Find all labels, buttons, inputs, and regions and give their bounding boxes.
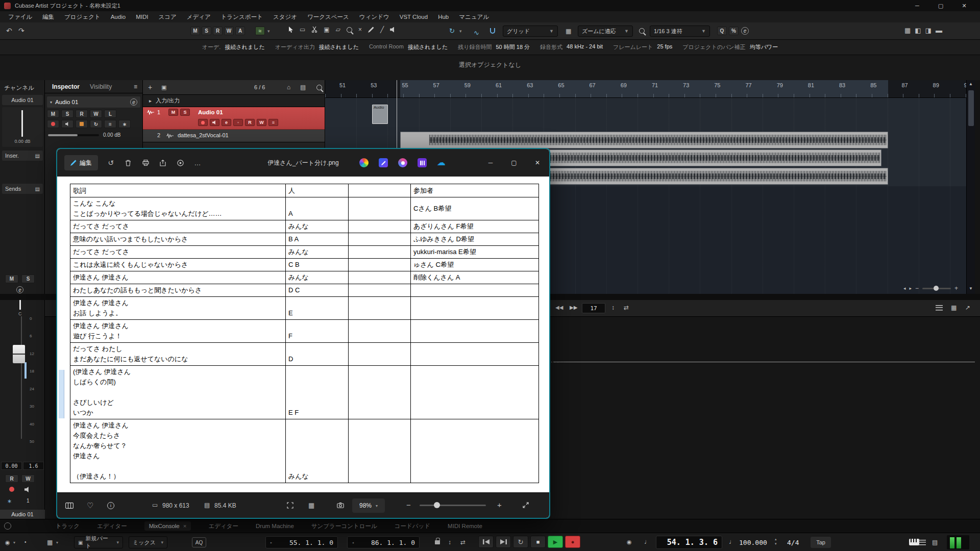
timeline-ruler[interactable]: 5153555759616365676971737577798183858789… [325, 80, 966, 98]
automation-button[interactable]: ∗ [118, 120, 131, 128]
menu-item[interactable]: VST Cloud [395, 11, 433, 22]
record-button[interactable]: ● [565, 536, 580, 548]
expand-channels-icon[interactable]: ↕ [611, 304, 615, 311]
automation-button[interactable]: A [235, 27, 245, 35]
grid-type-dropdown[interactable]: グリッド▼ [503, 26, 558, 37]
track-dattesa[interactable]: 2 dattesa_2stVocal-01 [143, 130, 325, 142]
autoscroll-caret-icon[interactable]: ▾ [459, 29, 462, 34]
audio-mini-clip[interactable]: Audio [372, 105, 388, 124]
mix-dropdown[interactable]: ミックス▾ [129, 536, 167, 548]
maximize-button[interactable]: ▢ [929, 0, 952, 11]
tab-chord-pads[interactable]: コードパッド [395, 522, 430, 530]
keyboard-icon[interactable] [909, 539, 919, 545]
mute-tool-icon[interactable]: × [358, 26, 362, 33]
home-icon[interactable]: ⌂ [287, 84, 290, 91]
lock-icon[interactable] [435, 540, 440, 544]
channel-mute-button[interactable]: M [5, 274, 18, 283]
freeze-button[interactable] [76, 120, 88, 128]
section-collapse-icon[interactable]: ▾ [50, 100, 52, 105]
fader-handle[interactable] [13, 345, 25, 363]
layout-left-zone-icon[interactable]: ◧ [915, 27, 921, 34]
channel-solo-button[interactable]: S [21, 274, 35, 283]
transport-menu-caret-icon[interactable]: ▾ [13, 540, 15, 545]
mixer-settings-icon[interactable] [936, 305, 943, 311]
line-tool-icon[interactable]: ╱ [380, 26, 384, 33]
split-tool-icon[interactable] [311, 27, 317, 33]
volume-slider[interactable] [48, 134, 99, 136]
pinwheel-app-icon[interactable] [359, 158, 369, 167]
menu-item[interactable]: マニュアル [454, 11, 494, 22]
layout-lower-zone-icon[interactable]: ▬ [936, 27, 942, 34]
zoom-slider-handle[interactable] [434, 502, 440, 508]
tab-midi-remote[interactable]: MIDI Remote [448, 523, 482, 529]
left-locator-display[interactable]: ▸ 55. 1. 1. 0 [265, 536, 338, 548]
compare-icon[interactable]: ▦ [308, 502, 314, 509]
go-to-end-button[interactable] [496, 536, 511, 548]
inspector-state-button[interactable]: L [104, 110, 116, 118]
automation-button[interactable]: M [190, 27, 200, 35]
menu-item[interactable]: スコア [153, 11, 181, 22]
edit-channel-button[interactable]: e [222, 119, 231, 126]
iterative-quantize-button[interactable]: % [729, 27, 739, 35]
layout-right-zone-icon[interactable]: ◨ [925, 27, 932, 34]
tab-editor-1[interactable]: エディター [97, 522, 127, 530]
photos-minimize-button[interactable]: ─ [479, 149, 502, 177]
tab-editor-2[interactable]: エディター [208, 522, 238, 530]
tempo-value[interactable]: 100.000 [739, 539, 767, 546]
filmstrip-icon[interactable] [65, 503, 74, 510]
tab-drum-machine[interactable]: Drum Machine [256, 523, 294, 529]
inserts-section[interactable]: Inser. ▤ [2, 151, 43, 161]
zoom-preset-dropdown[interactable]: ズームに適応▼ [578, 26, 633, 37]
zoom-out-icon[interactable]: − [915, 285, 919, 292]
camera-icon[interactable] [337, 503, 344, 510]
menu-item[interactable]: Hub [433, 11, 454, 22]
zoom-slider[interactable] [420, 505, 486, 506]
tab-tracks[interactable]: トラック [56, 522, 80, 530]
track-solo-button[interactable]: S [180, 109, 190, 116]
inspector-state-button[interactable]: S [61, 110, 74, 118]
quantize-apply-button[interactable]: Q [717, 27, 727, 35]
photos-maximize-button[interactable]: ▢ [502, 149, 526, 177]
more-options-icon[interactable]: … [189, 159, 206, 167]
undo-icon[interactable]: ↶ [6, 27, 12, 35]
favorite-heart-icon[interactable]: ♡ [87, 501, 93, 510]
menu-item[interactable]: ファイル [3, 11, 37, 22]
position-display[interactable]: 54. 1. 3. 6 [656, 536, 722, 549]
menu-item[interactable]: ウィンドウ [354, 11, 395, 22]
vertical-scrollbar[interactable]: ▲ ▼ [966, 80, 975, 294]
lanes-button[interactable]: ≡ [104, 120, 116, 128]
next-bank-icon[interactable]: ▶▶ [570, 305, 577, 310]
write-automation-button[interactable]: W [21, 474, 35, 483]
transport-settings-icon[interactable] [919, 539, 926, 545]
insert-mode-dropdown[interactable]: ▣ 新規パート▾ [74, 536, 123, 548]
activate-button[interactable] [4, 522, 11, 530]
monitor-button[interactable] [61, 120, 74, 128]
mixer-layout-icon[interactable]: ▦ [951, 304, 957, 311]
channel-edit-button[interactable]: e [16, 286, 23, 293]
autoscroll-icon[interactable]: ↻ [449, 27, 455, 35]
menu-item[interactable]: ワークスペース [302, 11, 354, 22]
fullscreen-icon[interactable] [523, 502, 529, 510]
photos-legacy-app-icon[interactable] [398, 158, 407, 167]
insert-cycle-caret-icon[interactable]: ▾ [56, 540, 58, 545]
time-signature-value[interactable]: 4/4 [787, 539, 799, 546]
designer-app-icon[interactable] [379, 158, 388, 167]
zoom-magnifier-icon[interactable] [639, 28, 645, 34]
scroll-up-icon[interactable]: ▲ [969, 82, 973, 86]
tap-tempo-button[interactable]: Tap [811, 537, 831, 548]
auto-follow-button[interactable]: ≈ [255, 27, 265, 35]
lane-options-button[interactable]: ≡ [268, 119, 278, 126]
close-button[interactable]: ✕ [952, 0, 976, 11]
inspector-state-button[interactable]: M [47, 110, 59, 118]
select-region-icon[interactable] [287, 502, 293, 510]
scrollbar-thumb[interactable] [968, 90, 974, 126]
monitor-icon[interactable] [24, 487, 31, 492]
tab-visibility[interactable]: Visibility [87, 83, 115, 90]
cycle-button[interactable]: ↻ [513, 536, 528, 548]
sends-section[interactable]: Sends ▤ [2, 184, 43, 194]
quantize-panel-button[interactable]: e [741, 27, 749, 35]
tab-sampler-control[interactable]: サンプラーコントロール [311, 522, 377, 530]
read-automation-button[interactable]: R [5, 474, 18, 483]
photos-close-button[interactable]: ✕ [526, 149, 549, 177]
menu-item[interactable]: プロジェクト [59, 11, 106, 22]
